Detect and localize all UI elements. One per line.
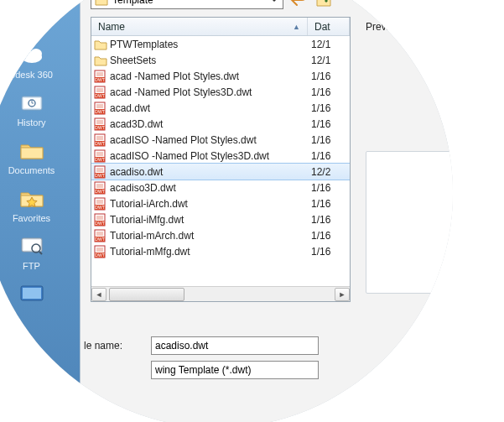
dwt-file-icon: DWT — [91, 149, 110, 163]
scroll-thumb[interactable] — [109, 288, 184, 301]
file-row[interactable]: DWTacadiso3D.dwt1/16 — [91, 180, 350, 195]
file-date: 12/2 — [308, 166, 350, 178]
file-date: 1/16 — [308, 134, 350, 146]
up-button[interactable] — [314, 0, 334, 9]
file-row[interactable]: DWTacad.dwt1/16 — [91, 100, 350, 116]
dwt-file-icon: DWT — [91, 117, 110, 131]
file-row[interactable]: DWTacad3D.dwt1/16 — [91, 116, 350, 132]
dwt-file-icon: DWT — [91, 229, 110, 242]
svg-text:DWT: DWT — [95, 125, 104, 130]
file-date: 1/16 — [308, 70, 350, 82]
svg-rect-49 — [96, 200, 103, 204]
sidebar-item-documents[interactable]: Documents — [0, 138, 80, 175]
dwt-file-icon: DWT — [91, 181, 110, 195]
file-name: SheetSets — [110, 55, 308, 66]
folder-icon — [91, 39, 110, 50]
svg-text:DWT: DWT — [95, 253, 104, 258]
lookin-combo[interactable]: Template — [91, 0, 283, 9]
file-row[interactable]: DWTTutorial-iArch.dwt1/16 — [91, 195, 350, 211]
file-name: acad -Named Plot Styles.dwt — [110, 70, 308, 82]
file-row[interactable]: PTWTemplates12/1 — [91, 36, 350, 52]
back-arrow-icon — [290, 0, 307, 7]
folder-up-icon — [315, 0, 332, 8]
dwt-file-icon: DWT — [91, 165, 110, 179]
places-sidebar: odesk 360 History Documents Favorites FT… — [0, 0, 80, 422]
svg-rect-25 — [96, 104, 103, 108]
chevron-down-icon — [269, 0, 279, 7]
file-date: 1/16 — [308, 102, 350, 114]
sidebar-item-favorites[interactable]: Favorites — [0, 185, 80, 223]
dwt-file-icon: DWT — [91, 102, 110, 115]
folder-icon — [95, 0, 108, 6]
column-headers[interactable]: Name ▲ Dat — [91, 18, 350, 36]
folder-icon — [91, 55, 110, 66]
svg-text:DWT: DWT — [95, 141, 104, 146]
file-date: 1/16 — [308, 198, 350, 210]
svg-rect-37 — [96, 152, 103, 156]
file-list: Name ▲ Dat PTWTemplates12/1SheetSets12/1… — [91, 17, 351, 302]
back-button[interactable] — [288, 0, 309, 9]
lookin-bar: Template — [91, 0, 444, 10]
file-name: acadISO -Named Plot Styles3D.dwt — [110, 150, 308, 162]
file-type-combo[interactable]: wing Template (*.dwt) — [151, 361, 319, 379]
file-row[interactable]: SheetSets12/1 — [91, 52, 350, 68]
folder-icon — [18, 138, 46, 163]
file-name: Tutorial-iArch.dwt — [110, 198, 308, 210]
svg-text:DWT: DWT — [95, 221, 104, 226]
sidebar-item-label: FTP — [0, 261, 80, 271]
sidebar-item-history[interactable]: History — [0, 90, 80, 128]
scroll-right-button[interactable]: ► — [335, 288, 350, 301]
sidebar-item-label: odesk 360 — [0, 70, 80, 80]
dwt-file-icon: DWT — [91, 86, 110, 99]
svg-text:DWT: DWT — [95, 93, 104, 98]
ftp-icon — [18, 233, 46, 258]
svg-text:DWT: DWT — [95, 109, 104, 114]
file-name: Tutorial-iMfg.dwt — [110, 214, 308, 226]
preview-box — [366, 151, 453, 294]
scroll-left-button[interactable]: ◄ — [91, 288, 107, 301]
svg-rect-17 — [96, 72, 103, 76]
sidebar-item-label: Documents — [0, 165, 80, 175]
svg-line-11 — [39, 252, 42, 254]
file-name: PTWTemplates — [110, 39, 308, 50]
file-row[interactable]: DWTacad -Named Plot Styles.dwt1/16 — [91, 68, 350, 84]
sidebar-item-ftp[interactable]: FTP — [0, 233, 80, 271]
svg-rect-29 — [96, 120, 103, 124]
file-name: acad3D.dwt — [110, 118, 308, 130]
history-icon — [18, 90, 46, 115]
preview-label: Preview — [366, 21, 402, 33]
scroll-track[interactable] — [107, 288, 334, 301]
svg-rect-21 — [96, 88, 103, 92]
file-date: 12/1 — [308, 39, 350, 50]
file-name-input[interactable] — [151, 336, 319, 355]
file-row[interactable]: DWTacadISO -Named Plot Styles3D.dwt1/16 — [91, 148, 350, 164]
column-date[interactable]: Dat — [308, 18, 350, 35]
file-date: 1/16 — [308, 86, 350, 98]
sidebar-item-desktop[interactable] — [0, 281, 80, 306]
svg-rect-57 — [96, 232, 103, 236]
file-row[interactable]: DWTTutorial-mArch.dwt1/16 — [91, 227, 350, 243]
svg-rect-53 — [96, 216, 103, 220]
file-name: acad -Named Plot Styles3D.dwt — [110, 86, 308, 98]
file-row[interactable]: DWTacadiso.dwt12/2 — [91, 164, 350, 180]
file-date: 12/1 — [308, 55, 350, 66]
svg-rect-61 — [96, 247, 103, 252]
file-date: 1/16 — [308, 118, 350, 130]
file-date: 1/16 — [308, 214, 350, 226]
sidebar-item-autodesk360[interactable]: odesk 360 — [0, 42, 80, 80]
file-date: 1/16 — [308, 150, 350, 162]
column-name[interactable]: Name ▲ — [91, 18, 308, 35]
file-name: Tutorial-mMfg.dwt — [110, 246, 308, 258]
svg-point-2 — [30, 49, 42, 59]
sort-asc-icon: ▲ — [293, 23, 300, 31]
file-row[interactable]: DWTacadISO -Named Plot Styles.dwt1/16 — [91, 132, 350, 148]
dwt-file-icon: DWT — [91, 213, 110, 227]
horizontal-scrollbar[interactable]: ◄ ► — [91, 286, 350, 301]
file-name: acadiso.dwt — [110, 166, 308, 178]
svg-text:DWT: DWT — [95, 237, 104, 242]
dwt-file-icon: DWT — [91, 70, 110, 83]
file-row[interactable]: DWTacad -Named Plot Styles3D.dwt1/16 — [91, 84, 350, 100]
file-row[interactable]: DWTTutorial-iMfg.dwt1/16 — [91, 211, 350, 227]
file-row[interactable]: DWTTutorial-mMfg.dwt1/16 — [91, 243, 350, 259]
cloud-icon — [18, 42, 46, 67]
